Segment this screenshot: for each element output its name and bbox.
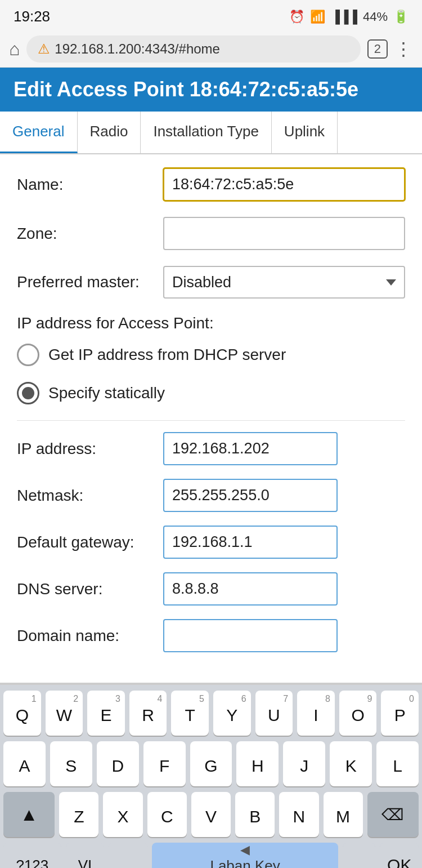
keyboard-row-4: ?123 VI , 🎤 ◀ Laban Key ▶ . OK <box>3 843 419 868</box>
dns-label: DNS server: <box>17 580 163 598</box>
key-q[interactable]: 1Q <box>3 691 41 736</box>
tab-general[interactable]: General <box>0 112 78 153</box>
wifi-icon: 📶 <box>310 10 325 24</box>
radio-static-label: Specify statically <box>48 384 165 402</box>
browser-bar: ⌂ ⚠ 192.168.1.200:4343/#home 2 ⋮ <box>0 31 422 68</box>
name-label: Name: <box>17 176 163 194</box>
status-time: 19:28 <box>14 8 50 25</box>
status-bar: 19:28 ⏰ 📶 ▐▐▐ 44% 🔋 <box>0 0 422 31</box>
key-m[interactable]: M <box>324 792 363 837</box>
menu-dots-icon[interactable]: ⋮ <box>394 38 413 60</box>
page-title: Edit Access Point 18:64:72:c5:a5:5e <box>14 78 358 101</box>
key-d[interactable]: D <box>97 741 139 786</box>
alarm-icon: ⏰ <box>289 10 304 24</box>
lang-key[interactable]: VI <box>66 843 105 868</box>
key-p[interactable]: 0P <box>381 691 419 736</box>
key-c[interactable]: C <box>147 792 187 837</box>
gateway-input[interactable] <box>163 526 338 559</box>
radio-dhcp-button[interactable] <box>17 344 39 366</box>
preferred-master-row: Preferred master: Disabled Enabled <box>17 266 405 299</box>
space-label: Laban Key <box>210 857 280 868</box>
comma-mic-key[interactable]: , 🎤 <box>109 843 147 868</box>
keyboard-row-3: ▲ Z X C V B N M ⌫ <box>3 792 419 837</box>
space-key[interactable]: ◀ Laban Key ▶ <box>152 843 339 868</box>
tab-count-badge[interactable]: 2 <box>367 39 388 59</box>
ip-address-label: IP address: <box>17 440 163 458</box>
name-input[interactable] <box>163 168 405 201</box>
domain-row: Domain name: <box>17 619 405 652</box>
domain-label: Domain name: <box>17 627 163 645</box>
key-x[interactable]: X <box>103 792 142 837</box>
key-a[interactable]: A <box>3 741 46 786</box>
zone-row: Zone: <box>17 217 405 250</box>
key-r[interactable]: 4R <box>129 691 167 736</box>
key-g[interactable]: G <box>190 741 232 786</box>
zone-label: Zone: <box>17 225 163 243</box>
key-n[interactable]: N <box>279 792 318 837</box>
key-o[interactable]: 9O <box>339 691 377 736</box>
radio-static-button[interactable] <box>17 382 39 404</box>
status-icons: ⏰ 📶 ▐▐▐ 44% 🔋 <box>289 10 408 24</box>
key-j[interactable]: J <box>283 741 325 786</box>
tab-uplink[interactable]: Uplink <box>272 112 338 153</box>
page-header: Edit Access Point 18:64:72:c5:a5:5e <box>0 68 422 112</box>
ip-section-label: IP address for Access Point: <box>17 314 405 332</box>
gateway-label: Default gateway: <box>17 533 163 551</box>
radio-dhcp-label: Get IP address from DHCP server <box>48 346 286 364</box>
key-w[interactable]: 2W <box>46 691 83 736</box>
keyboard: 1Q 2W 3E 4R 5T 6Y 7U 8I 9O 0P A S D F G … <box>0 685 422 868</box>
key-t[interactable]: 5T <box>171 691 209 736</box>
netmask-row: Netmask: <box>17 479 405 512</box>
netmask-input[interactable] <box>163 479 338 512</box>
key-f[interactable]: F <box>143 741 186 786</box>
key-s[interactable]: S <box>50 741 92 786</box>
shift-key[interactable]: ▲ <box>3 792 55 837</box>
tab-radio[interactable]: Radio <box>78 112 141 153</box>
dns-input[interactable] <box>163 572 338 606</box>
url-bar[interactable]: ⚠ 192.168.1.200:4343/#home <box>26 35 360 63</box>
battery-icon: 🔋 <box>393 10 408 24</box>
domain-input[interactable] <box>163 619 338 652</box>
radio-static-row[interactable]: Specify statically <box>17 382 405 404</box>
zone-input[interactable] <box>163 217 405 250</box>
key-e[interactable]: 3E <box>87 691 125 736</box>
keyboard-row-1: 1Q 2W 3E 4R 5T 6Y 7U 8I 9O 0P <box>3 691 419 736</box>
ok-key[interactable]: OK <box>380 843 419 868</box>
key-k[interactable]: K <box>330 741 372 786</box>
backspace-key[interactable]: ⌫ <box>367 792 419 837</box>
preferred-master-select[interactable]: Disabled Enabled <box>163 266 405 299</box>
ip-address-row: IP address: <box>17 432 405 465</box>
ip-address-input[interactable] <box>163 432 338 465</box>
key-y[interactable]: 6Y <box>213 691 251 736</box>
backspace-icon: ⌫ <box>381 805 404 824</box>
radio-dhcp-row[interactable]: Get IP address from DHCP server <box>17 344 405 366</box>
preferred-master-label: Preferred master: <box>17 273 163 291</box>
key-l[interactable]: L <box>376 741 419 786</box>
battery-indicator: 44% <box>363 10 388 24</box>
form-area: Name: Zone: Preferred master: Disabled E… <box>0 154 422 683</box>
name-row: Name: <box>17 168 405 201</box>
divider <box>17 420 405 421</box>
key-z[interactable]: Z <box>59 792 98 837</box>
key-h[interactable]: H <box>236 741 279 786</box>
tabs-bar: General Radio Installation Type Uplink <box>0 112 422 154</box>
netmask-label: Netmask: <box>17 487 163 505</box>
period-key[interactable]: . <box>343 843 375 868</box>
key-i[interactable]: 8I <box>297 691 335 736</box>
key-b[interactable]: B <box>235 792 275 837</box>
gateway-row: Default gateway: <box>17 526 405 559</box>
dns-row: DNS server: <box>17 572 405 606</box>
home-icon[interactable]: ⌂ <box>9 39 20 60</box>
warning-icon: ⚠ <box>38 41 50 57</box>
shift-icon: ▲ <box>20 804 38 825</box>
signal-icon: ▐▐▐ <box>331 10 357 24</box>
chevron-left-icon: ◀ <box>240 843 250 857</box>
keyboard-row-2: A S D F G H J K L <box>3 741 419 786</box>
symbols-key[interactable]: ?123 <box>3 843 61 868</box>
radio-dot <box>22 387 34 399</box>
key-u[interactable]: 7U <box>255 691 293 736</box>
tab-installation-type[interactable]: Installation Type <box>141 112 271 153</box>
url-text: 192.168.1.200:4343/#home <box>55 41 220 57</box>
key-v[interactable]: V <box>191 792 231 837</box>
